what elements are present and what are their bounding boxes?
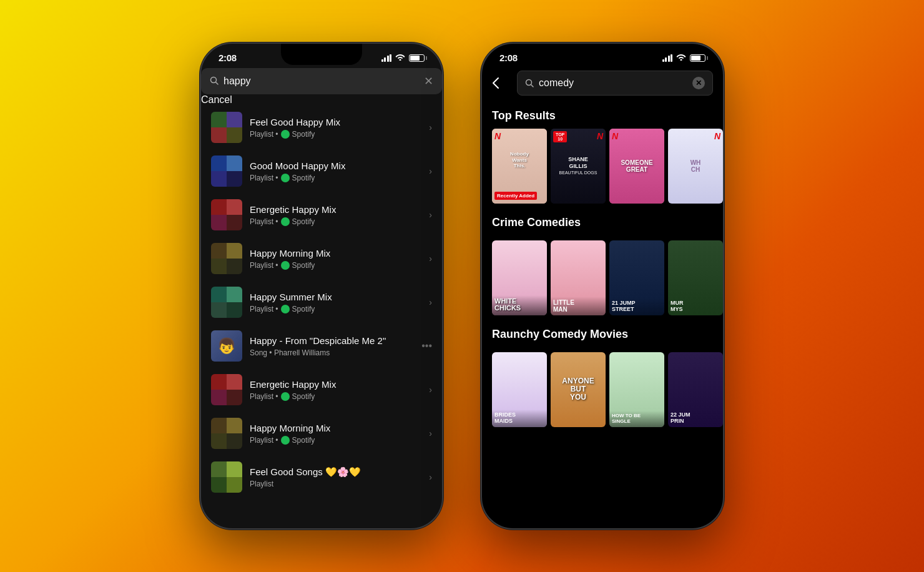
result-info-dm: Happy - From "Despicable Me 2" Song • Ph… bbox=[250, 335, 414, 357]
result-subtitle: Playlist • Spotify bbox=[250, 305, 421, 313]
result-info-hm: Happy Morning Mix Playlist • Spotify bbox=[250, 247, 421, 270]
recently-added-badge: Recently Added bbox=[494, 192, 537, 200]
result-title: Energetic Happy Mix bbox=[250, 378, 421, 391]
result-thumb-hs bbox=[211, 287, 242, 318]
result-subtitle: Playlist • Spotify bbox=[250, 436, 421, 445]
chevron-right-icon: › bbox=[429, 297, 432, 307]
result-item-happy-morning-2[interactable]: Happy Morning Mix Playlist • Spotify › bbox=[201, 412, 442, 455]
netflix-search-value: comedy bbox=[539, 77, 687, 89]
result-title: Happy Summer Mix bbox=[250, 291, 421, 303]
result-info-hm2: Happy Morning Mix Playlist • Spotify bbox=[250, 422, 421, 445]
result-info-eh2: Energetic Happy Mix Playlist • Spotify bbox=[250, 378, 421, 401]
top10-badge: TOP10 bbox=[553, 131, 567, 142]
result-info-fgh: Feel Good Happy Mix Playlist • Spotify bbox=[250, 116, 421, 139]
phone-notch-right bbox=[562, 44, 643, 65]
card-little-man[interactable]: LiTTLEMAN bbox=[551, 240, 606, 315]
result-title: Happy Morning Mix bbox=[250, 247, 421, 260]
result-title: Energetic Happy Mix bbox=[250, 204, 421, 216]
chevron-right-icon: › bbox=[429, 428, 432, 438]
result-item-feel-good-happy[interactable]: Feel Good Happy Mix Playlist • Spotify › bbox=[201, 106, 442, 149]
wifi-icon-right bbox=[676, 53, 686, 62]
crime-comedies-grid: WHITECHiCKS LiTTLEMAN bbox=[482, 235, 723, 315]
result-title: Feel Good Songs 💛🌸💛 bbox=[250, 466, 421, 478]
phones-container: 2:08 bbox=[200, 42, 724, 530]
result-info-gmh: Good Mood Happy Mix Playlist • Spotify bbox=[250, 160, 421, 182]
status-icons-right bbox=[662, 53, 706, 62]
search-bar-container: happy ✕ Cancel bbox=[201, 68, 442, 106]
result-thumb-hm bbox=[211, 243, 242, 274]
result-thumb-hm2 bbox=[211, 418, 242, 449]
spotify-logo-icon bbox=[281, 392, 290, 401]
top-results-grid: NobodyWantsThis. N Recently Added bbox=[482, 129, 723, 204]
clear-netflix-search-button[interactable]: ✕ bbox=[692, 77, 705, 89]
card-bridesmaids[interactable]: BRIDESMAIDS bbox=[492, 352, 547, 427]
card-22-jump[interactable]: 22 JUMPRIN bbox=[668, 352, 723, 427]
section-top-results-title: Top Results bbox=[482, 104, 723, 129]
result-item-feel-good-songs[interactable]: Feel Good Songs 💛🌸💛 Playlist › bbox=[201, 455, 442, 499]
spotify-logo-icon bbox=[281, 261, 290, 270]
back-button[interactable] bbox=[492, 77, 511, 89]
phone-left: 2:08 bbox=[200, 42, 443, 530]
spotify-screen: 2:08 bbox=[201, 44, 442, 528]
signal-icon-left bbox=[381, 54, 392, 62]
card-how-to-single[interactable]: HOW TO BESiNGLE bbox=[609, 352, 664, 427]
result-subtitle: Playlist • Spotify bbox=[250, 217, 421, 226]
result-item-energetic-1[interactable]: Energetic Happy Mix Playlist • Spotify › bbox=[201, 193, 442, 237]
result-title: Feel Good Happy Mix bbox=[250, 116, 421, 129]
signal-icon-right bbox=[662, 54, 673, 62]
card-21-jump-street[interactable]: 21 JUMPSTREET bbox=[609, 240, 664, 315]
svg-line-3 bbox=[531, 85, 534, 87]
netflix-search-bar[interactable]: comedy ✕ bbox=[517, 71, 713, 96]
result-item-energetic-2[interactable]: Energetic Happy Mix Playlist • Spotify › bbox=[201, 368, 442, 412]
time-right: 2:08 bbox=[499, 52, 518, 63]
card-shane-gillis[interactable]: SHANEGILLISBEAUTIFUL DOGS TOP10 N bbox=[551, 129, 606, 204]
search-input-value: happy bbox=[224, 76, 419, 87]
section-raunchy-title: Raunchy Comedy Movies bbox=[482, 323, 723, 347]
result-title: Happy - From "Despicable Me 2" bbox=[250, 335, 414, 347]
result-thumb-eh1 bbox=[211, 199, 242, 230]
raunchy-comedy-grid: BRIDESMAIDS ANYONEBUTYOU bbox=[482, 347, 723, 427]
result-item-happy-morning[interactable]: Happy Morning Mix Playlist • Spotify › bbox=[201, 237, 442, 280]
chevron-right-icon: › bbox=[429, 472, 432, 482]
card-white-chicks-top[interactable]: WHCH N bbox=[668, 129, 723, 204]
result-thumb-dm: 👦 bbox=[211, 330, 242, 362]
clear-search-button[interactable]: ✕ bbox=[424, 74, 433, 88]
result-title: Happy Morning Mix bbox=[250, 422, 421, 435]
chevron-right-icon: › bbox=[429, 254, 432, 264]
phone-right: 2:08 bbox=[481, 42, 724, 530]
result-subtitle: Playlist • Spotify bbox=[250, 174, 421, 182]
result-subtitle: Playlist • Spotify bbox=[250, 392, 421, 401]
chevron-right-icon: › bbox=[429, 210, 432, 220]
card-anyone-but-you[interactable]: ANYONEBUTYOU bbox=[551, 352, 606, 427]
spotify-search-bar[interactable]: happy ✕ bbox=[201, 68, 442, 94]
time-left: 2:08 bbox=[219, 52, 237, 63]
card-someone-great[interactable]: SOMEONEGREAT N bbox=[609, 129, 664, 204]
battery-icon-right bbox=[690, 54, 705, 62]
result-item-good-mood[interactable]: Good Mood Happy Mix Playlist • Spotify › bbox=[201, 149, 442, 193]
result-subtitle: Playlist • Spotify bbox=[250, 261, 421, 270]
netflix-content: Top Results NobodyWantsThis. N bbox=[482, 102, 723, 518]
card-white-chicks[interactable]: WHITECHiCKS bbox=[492, 240, 547, 315]
result-thumb-gmh bbox=[211, 155, 242, 187]
result-info-hs: Happy Summer Mix Playlist • Spotify bbox=[250, 291, 421, 313]
card-mur-mys[interactable]: MURMYS bbox=[668, 240, 723, 315]
more-options-icon[interactable]: ••• bbox=[421, 340, 432, 352]
section-crime-comedies-title: Crime Comedies bbox=[482, 211, 723, 235]
wifi-icon-left bbox=[395, 53, 405, 62]
chevron-right-icon: › bbox=[429, 166, 432, 176]
result-thumb-fgh bbox=[211, 112, 242, 143]
result-info-fgs: Feel Good Songs 💛🌸💛 Playlist bbox=[250, 466, 421, 488]
netflix-screen: 2:08 bbox=[482, 44, 723, 528]
result-item-happy-summer[interactable]: Happy Summer Mix Playlist • Spotify › bbox=[201, 280, 442, 324]
cancel-button[interactable]: Cancel bbox=[201, 94, 232, 105]
spotify-logo-icon bbox=[281, 217, 290, 226]
result-item-despicable[interactable]: 👦 Happy - From "Despicable Me 2" Song • … bbox=[201, 324, 442, 368]
phone-notch-left bbox=[281, 44, 362, 65]
battery-icon-left bbox=[409, 54, 425, 62]
result-subtitle: Playlist • Spotify bbox=[250, 130, 421, 139]
netflix-nav-bar: comedy ✕ bbox=[482, 68, 723, 102]
result-title: Good Mood Happy Mix bbox=[250, 160, 421, 172]
card-nobody-wants-this[interactable]: NobodyWantsThis. N Recently Added bbox=[492, 129, 547, 204]
result-subtitle: Song • Pharrell Williams bbox=[250, 348, 414, 357]
result-thumb-fgs bbox=[211, 461, 242, 493]
